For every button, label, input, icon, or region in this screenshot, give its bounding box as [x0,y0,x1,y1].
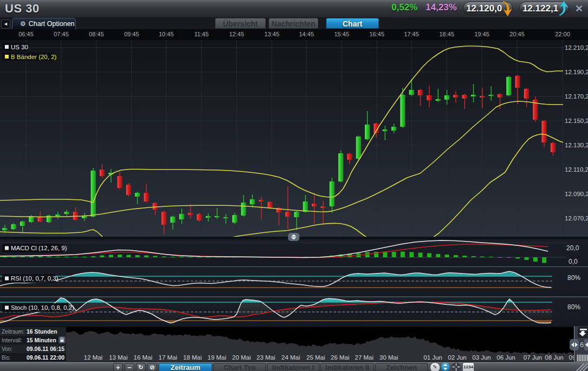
svg-text:01 Jun: 01 Jun [423,354,442,361]
svg-text:09:45: 09:45 [124,31,139,37]
svg-text:12.150,2: 12.150,2 [565,118,588,124]
svg-text:30 Mai: 30 Mai [380,354,398,361]
svg-text:17:45: 17:45 [404,31,419,37]
svg-text:0,0: 0,0 [569,258,578,265]
svg-text:18:45: 18:45 [439,31,454,37]
svg-text:08:45: 08:45 [89,31,104,37]
svg-text:13:45: 13:45 [264,31,279,37]
svg-text:12.170,2: 12.170,2 [565,93,588,100]
svg-text:RSI (10, 0,7, 0,3): RSI (10, 0,7, 0,3) [11,275,58,282]
svg-text:12.210,2: 12.210,2 [565,44,588,51]
svg-text:07 Jun: 07 Jun [524,354,543,361]
svg-text:15:45: 15:45 [334,31,349,37]
svg-text:B Bänder (20, 2): B Bänder (20, 2) [11,54,57,60]
svg-text:07:45: 07:45 [54,31,69,37]
svg-text:12.190,2: 12.190,2 [565,69,588,75]
svg-text:US 30: US 30 [11,44,28,50]
svg-text:20:45: 20:45 [509,31,525,37]
svg-text:19:45: 19:45 [474,31,489,37]
svg-text:18 Mai: 18 Mai [183,354,202,361]
svg-text:02 Jun: 02 Jun [448,354,467,361]
svg-text:26 Mai: 26 Mai [331,354,350,361]
svg-text:11:45: 11:45 [194,31,209,37]
svg-text:06 Jun: 06 Jun [496,354,515,361]
svg-text:15 Minuten: 15 Minuten [27,337,56,343]
svg-text:12.090,2: 12.090,2 [565,191,588,197]
svg-text:06:45: 06:45 [18,31,34,37]
svg-text:25 Mai: 25 Mai [306,354,325,361]
svg-text:16 Stunden: 16 Stunden [27,328,57,335]
svg-text:13 Mai: 13 Mai [109,354,128,361]
svg-text:12 Mai: 12 Mai [84,354,103,361]
svg-text:12.070,2: 12.070,2 [565,215,588,222]
svg-text:6: 6 [580,341,584,349]
svg-text:80%: 80% [567,274,580,282]
svg-text:12:45: 12:45 [229,31,244,37]
svg-text:19 Mai: 19 Mai [207,354,226,361]
svg-text:09.06.11 06:15: 09.06.11 06:15 [27,346,64,352]
svg-text:24 Mai: 24 Mai [282,354,300,361]
svg-text:10:45: 10:45 [159,31,174,37]
svg-text:27 Mai: 27 Mai [355,354,374,361]
svg-text:Zeitraum:: Zeitraum: [2,329,24,335]
svg-text:14:45: 14:45 [299,31,314,37]
svg-text:12.130,2: 12.130,2 [565,142,588,148]
svg-text:03 Jun: 03 Jun [472,354,491,361]
svg-text:16:45: 16:45 [369,31,384,37]
svg-text:09.06.11 22:00: 09.06.11 22:00 [27,354,64,361]
svg-text:08 Jun: 08 Jun [545,354,564,361]
svg-text:80%: 80% [567,303,580,311]
svg-text:20 Mai: 20 Mai [232,354,251,361]
svg-text:Bis:: Bis: [2,355,11,361]
svg-text:17 Mai: 17 Mai [159,354,178,361]
svg-text:Stoch (10, 10, 0,8, 0,2): Stoch (10, 10, 0,8, 0,2) [11,304,74,311]
svg-text:Von:: Von: [2,346,12,352]
svg-text:Intervall:: Intervall: [2,337,22,343]
svg-text:16 Mai: 16 Mai [134,354,153,361]
svg-text:23 Mai: 23 Mai [257,354,276,361]
svg-text:MACD Cl (12, 26, 9): MACD Cl (12, 26, 9) [11,245,67,251]
svg-text:12.110,2: 12.110,2 [565,166,588,173]
svg-text:22:00: 22:00 [555,31,570,37]
svg-text:20,0: 20,0 [566,244,579,252]
